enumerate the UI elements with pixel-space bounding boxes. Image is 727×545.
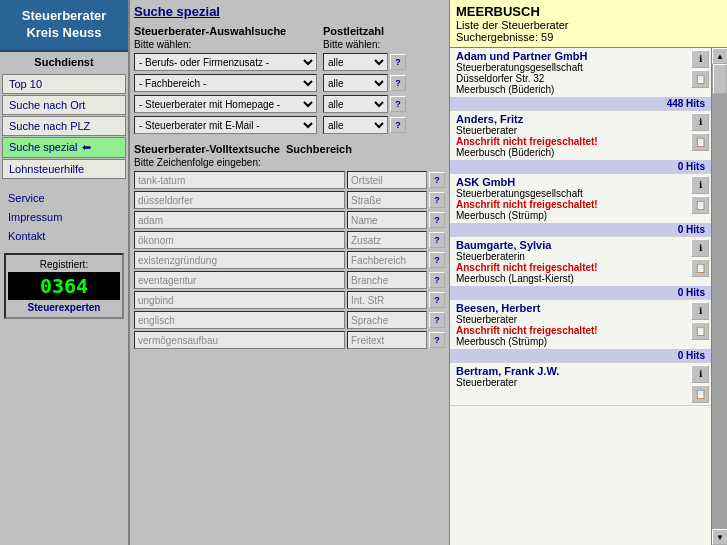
volltext-input-right-3[interactable] bbox=[347, 231, 427, 249]
volltext-input-left-2[interactable] bbox=[134, 211, 345, 229]
volltext-question-btn-3[interactable]: ? bbox=[429, 232, 445, 248]
scroll-up-btn[interactable]: ▲ bbox=[712, 48, 727, 64]
scrollbar[interactable]: ▲ ▼ bbox=[711, 48, 727, 545]
result-icons: ℹ📋 bbox=[689, 237, 711, 286]
page-icon-btn[interactable]: 📋 bbox=[691, 259, 709, 277]
volltext-row-0: ? bbox=[134, 171, 445, 189]
auswahl-subtitle: Bitte wählen: bbox=[134, 39, 317, 50]
arrow-icon: ⬅ bbox=[82, 141, 91, 154]
volltext-input-left-8[interactable] bbox=[134, 331, 345, 349]
volltext-input-right-8[interactable] bbox=[347, 331, 427, 349]
volltext-input-left-5[interactable] bbox=[134, 271, 345, 289]
volltext-input-left-4[interactable] bbox=[134, 251, 345, 269]
registriert-box: Registriert: 0364 Steuerexperten bbox=[4, 253, 124, 319]
auswahl-select-2[interactable]: - Steuerberater mit Homepage - bbox=[134, 95, 317, 113]
info-icon-btn[interactable]: ℹ bbox=[691, 365, 709, 383]
volltext-question-btn-2[interactable]: ? bbox=[429, 212, 445, 228]
result-hits-bar: 448 Hits bbox=[450, 97, 711, 110]
volltext-row-6: ? bbox=[134, 291, 445, 309]
volltext-input-left-3[interactable] bbox=[134, 231, 345, 249]
sidebar-item-lohn[interactable]: Lohnsteuerhilfe bbox=[2, 159, 126, 179]
postleitzahl-subtitle: Bitte wählen: bbox=[323, 39, 445, 50]
volltext-input-right-6[interactable] bbox=[347, 291, 427, 309]
sidebar-logo: Steuerberater Kreis Neuss bbox=[0, 0, 128, 52]
volltext-input-right-0[interactable] bbox=[347, 171, 427, 189]
result-address-red: Anschrift nicht freigeschaltet! bbox=[456, 136, 683, 147]
result-name[interactable]: Baumgarte, Sylvia bbox=[456, 239, 683, 251]
post-row-3: alle ? bbox=[323, 116, 445, 134]
volltext-question-btn-8[interactable]: ? bbox=[429, 332, 445, 348]
post-select-1[interactable]: alle bbox=[323, 74, 388, 92]
volltext-input-left-6[interactable] bbox=[134, 291, 345, 309]
volltext-row-2: ? bbox=[134, 211, 445, 229]
page-icon-btn[interactable]: 📋 bbox=[691, 385, 709, 403]
volltext-input-right-1[interactable] bbox=[347, 191, 427, 209]
sidebar-item-plz[interactable]: Suche nach PLZ bbox=[2, 116, 126, 136]
suchbereich-title: Suchbereich bbox=[286, 143, 352, 155]
results-list-title: Liste der Steuerberater bbox=[456, 19, 721, 31]
result-address-line1: Düsseldorfer Str. 32 bbox=[456, 73, 683, 84]
question-btn-1[interactable]: ? bbox=[390, 75, 406, 91]
info-icon-btn[interactable]: ℹ bbox=[691, 50, 709, 68]
result-name[interactable]: Anders, Fritz bbox=[456, 113, 683, 125]
volltext-headers: Steuerberater-Volltextsuche Bitte Zeiche… bbox=[134, 143, 445, 171]
result-hits-bar: 0 Hits bbox=[450, 286, 711, 299]
volltext-question-btn-0[interactable]: ? bbox=[429, 172, 445, 188]
scroll-track bbox=[712, 64, 727, 529]
volltext-input-right-5[interactable] bbox=[347, 271, 427, 289]
auswahl-select-0[interactable]: - Berufs- oder Firmenzusatz - bbox=[134, 53, 317, 71]
info-icon-btn[interactable]: ℹ bbox=[691, 302, 709, 320]
question-btn-0[interactable]: ? bbox=[390, 54, 406, 70]
result-address-line2: Meerbusch (Strümp) bbox=[456, 336, 683, 347]
volltext-col: Steuerberater-Volltextsuche Bitte Zeiche… bbox=[134, 143, 280, 171]
post-select-3[interactable]: alle bbox=[323, 116, 388, 134]
volltext-question-btn-6[interactable]: ? bbox=[429, 292, 445, 308]
page-icon-btn[interactable]: 📋 bbox=[691, 70, 709, 88]
sidebar-item-service[interactable]: Service bbox=[2, 189, 126, 207]
volltext-input-left-0[interactable] bbox=[134, 171, 345, 189]
result-item: Anders, FritzSteuerberaterAnschrift nich… bbox=[450, 111, 711, 174]
page-icon-btn[interactable]: 📋 bbox=[691, 133, 709, 151]
page-icon-btn[interactable]: 📋 bbox=[691, 196, 709, 214]
post-row-2: alle ? bbox=[323, 95, 445, 113]
result-name[interactable]: Adam und Partner GmbH bbox=[456, 50, 683, 62]
sidebar-item-ort[interactable]: Suche nach Ort bbox=[2, 95, 126, 115]
result-name[interactable]: ASK GmbH bbox=[456, 176, 683, 188]
result-address-red: Anschrift nicht freigeschaltet! bbox=[456, 325, 683, 336]
volltext-question-btn-7[interactable]: ? bbox=[429, 312, 445, 328]
info-icon-btn[interactable]: ℹ bbox=[691, 239, 709, 257]
info-icon-btn[interactable]: ℹ bbox=[691, 176, 709, 194]
sidebar-item-spezial[interactable]: Suche spezial ⬅ bbox=[2, 137, 126, 158]
volltext-question-btn-1[interactable]: ? bbox=[429, 192, 445, 208]
volltext-input-right-4[interactable] bbox=[347, 251, 427, 269]
result-name[interactable]: Beesen, Herbert bbox=[456, 302, 683, 314]
results-list: Adam und Partner GmbHSteuerberatungsgese… bbox=[450, 48, 711, 545]
auswahl-row-2: - Steuerberater mit Homepage - bbox=[134, 95, 317, 113]
sidebar-item-top10[interactable]: Top 10 bbox=[2, 74, 126, 94]
volltext-row-8: ? bbox=[134, 331, 445, 349]
scroll-thumb[interactable] bbox=[713, 64, 727, 94]
page-icon-btn[interactable]: 📋 bbox=[691, 322, 709, 340]
auswahl-select-1[interactable]: - Fachbereich - bbox=[134, 74, 317, 92]
post-select-2[interactable]: alle bbox=[323, 95, 388, 113]
auswahl-section: Steuerberater-Auswahlsuche Bitte wählen:… bbox=[134, 25, 317, 137]
sidebar-item-impressum[interactable]: Impressum bbox=[2, 208, 126, 226]
post-select-0[interactable]: alle bbox=[323, 53, 388, 71]
auswahl-select-3[interactable]: - Steuerberater mit E-Mail - bbox=[134, 116, 317, 134]
info-icon-btn[interactable]: ℹ bbox=[691, 113, 709, 131]
scroll-down-btn[interactable]: ▼ bbox=[712, 529, 727, 545]
volltext-input-right-7[interactable] bbox=[347, 311, 427, 329]
volltext-input-right-2[interactable] bbox=[347, 211, 427, 229]
result-name[interactable]: Bertram, Frank J.W. bbox=[456, 365, 683, 377]
volltext-input-left-1[interactable] bbox=[134, 191, 345, 209]
results-city: MEERBUSCH bbox=[456, 4, 721, 19]
question-btn-2[interactable]: ? bbox=[390, 96, 406, 112]
volltext-input-left-7[interactable] bbox=[134, 311, 345, 329]
question-btn-3[interactable]: ? bbox=[390, 117, 406, 133]
volltext-row-7: ? bbox=[134, 311, 445, 329]
sidebar-item-kontakt[interactable]: Kontakt bbox=[2, 227, 126, 245]
volltext-question-btn-5[interactable]: ? bbox=[429, 272, 445, 288]
suchbereich-col: Suchbereich bbox=[286, 143, 352, 171]
volltext-question-btn-4[interactable]: ? bbox=[429, 252, 445, 268]
registriert-number: 0364 bbox=[8, 272, 120, 300]
